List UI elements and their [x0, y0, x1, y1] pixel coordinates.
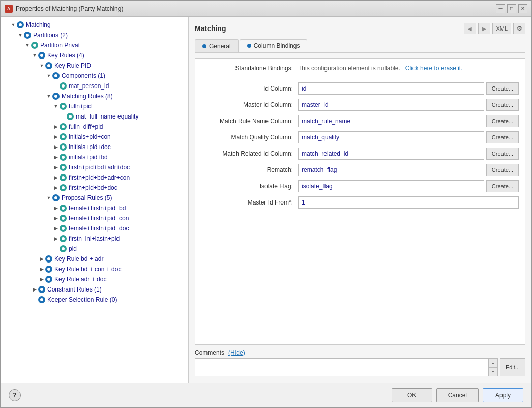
expand-arrow-proposal-rules[interactable] [45, 194, 52, 201]
tree-node-fulln-pid[interactable]: fulln+pid [1, 101, 188, 111]
expand-arrow-firstn-pid-bd-adr-doc[interactable] [52, 164, 60, 171]
tree-node-pid[interactable]: pid [1, 244, 188, 254]
expand-arrow-components[interactable] [45, 72, 52, 79]
expand-arrow-initials-pid-con[interactable] [52, 133, 60, 140]
rematch-create-btn[interactable]: Create... [486, 164, 519, 176]
tab-general[interactable]: General [195, 39, 239, 52]
tree-node-initials-pid-con[interactable]: initials+pid+con [1, 132, 188, 142]
forward-button[interactable]: ▶ [478, 23, 490, 34]
apply-button[interactable]: Apply [483, 388, 523, 402]
match-related-id-input[interactable] [298, 148, 484, 160]
tree-node-key-rule-bd-con-doc[interactable]: Key Rule bd + con + doc [1, 264, 188, 274]
hide-link[interactable]: (Hide) [228, 349, 245, 356]
tree-node-key-rule-bd-adr[interactable]: Key Rule bd + adr [1, 254, 188, 264]
edit-button[interactable]: Edit... [500, 358, 525, 376]
node-icon-female-firstn-pid-con [60, 215, 67, 222]
spinner-up-button[interactable]: ▲ [489, 359, 497, 368]
tree-node-matching[interactable]: Matching [1, 20, 188, 30]
tree-label-proposal-rules: Proposal Rules (5) [62, 194, 112, 201]
match-quality-create-btn[interactable]: Create... [486, 131, 519, 143]
expand-arrow-matching[interactable] [10, 21, 17, 28]
expand-arrow-firstn-pid-bd-doc[interactable] [52, 184, 60, 191]
tree-label-keeper-selection: Keeper Selection Rule (0) [47, 296, 117, 303]
tree-label-key-rule-bd-con-doc: Key Rule bd + con + doc [54, 266, 121, 273]
expand-arrow-initials-pid-doc[interactable] [52, 143, 60, 151]
match-quality-input[interactable] [298, 131, 484, 143]
tree-node-initials-pid-bd[interactable]: initials+pid+bd [1, 152, 188, 162]
expand-arrow-firstn-ini-lastn-pid[interactable] [52, 235, 60, 242]
help-button[interactable]: ? [9, 389, 21, 401]
expand-arrow-key-rule-pid[interactable] [38, 62, 45, 69]
expand-arrow-key-rule-adr-doc[interactable] [38, 276, 45, 283]
tree-node-matching-rules[interactable]: Matching Rules (8) [1, 91, 188, 101]
tree-node-keeper-selection[interactable]: Keeper Selection Rule (0) [1, 295, 188, 305]
isolate-flag-input[interactable] [298, 180, 484, 192]
tree-node-partitions[interactable]: Partitions (2) [1, 30, 188, 40]
tree-label-key-rule-adr-doc: Key Rule adr + doc [54, 276, 106, 283]
isolate-flag-create-btn[interactable]: Create... [486, 180, 519, 192]
tree-node-female-firstn-pid-con[interactable]: female+firstn+pid+con [1, 213, 188, 223]
tree-node-partition-privat[interactable]: Partition Privat [1, 40, 188, 50]
expand-arrow-initials-pid-bd[interactable] [52, 154, 60, 161]
node-icon-proposal-rules [52, 194, 60, 201]
settings-button[interactable]: ⚙ [513, 23, 525, 34]
tree-node-proposal-rules[interactable]: Proposal Rules (5) [1, 193, 188, 203]
form-area: Standalone Bindings: This configuration … [195, 58, 525, 345]
comments-textarea[interactable] [195, 358, 489, 376]
master-id-create-btn[interactable]: Create... [486, 99, 519, 111]
tree-node-firstn-pid-bd-adr-con[interactable]: firstn+pid+bd+adr+con [1, 172, 188, 183]
node-icon-fulln-pid [60, 103, 67, 110]
tree-node-constraint-rules[interactable]: Constraint Rules (1) [1, 284, 188, 295]
master-id-from-label: Master Id From*: [201, 199, 298, 206]
expand-arrow-female-firstn-pid-bd[interactable] [52, 205, 60, 212]
expand-arrow-partition-privat[interactable] [24, 42, 31, 49]
match-related-id-create-btn[interactable]: Create... [486, 148, 519, 160]
match-rule-name-create-btn[interactable]: Create... [486, 115, 519, 127]
tab-column-bindings[interactable]: Column Bindings [240, 39, 308, 52]
expand-arrow-female-firstn-pid-con[interactable] [52, 215, 60, 222]
tree-node-mat-person-id[interactable]: mat_person_id [1, 81, 188, 91]
cancel-button[interactable]: Cancel [436, 388, 479, 402]
match-rule-name-input[interactable] [298, 115, 484, 127]
expand-arrow-female-firstn-pid-doc[interactable] [52, 225, 60, 232]
tree-label-components: Components (1) [62, 72, 105, 79]
tree-node-female-firstn-pid-doc[interactable]: female+firstn+pid+doc [1, 223, 188, 234]
tree-node-firstn-pid-bd-adr-doc[interactable]: firstn+pid+bd+adr+doc [1, 162, 188, 172]
maximize-button[interactable]: □ [507, 4, 516, 13]
expand-arrow-key-rule-bd-con-doc[interactable] [38, 266, 45, 273]
close-button[interactable]: ✕ [518, 4, 527, 13]
expand-arrow-key-rules[interactable] [31, 52, 38, 59]
expand-arrow-matching-rules[interactable] [45, 93, 52, 100]
tree-node-initials-pid-doc[interactable]: initials+pid+doc [1, 142, 188, 152]
tree-label-firstn-ini-lastn-pid: firstn_ini+lastn+pid [69, 235, 120, 242]
tree-node-fulln-diff-pid[interactable]: fulln_diff+pid [1, 122, 188, 132]
ok-button[interactable]: OK [392, 388, 432, 402]
expand-arrow-key-rule-bd-adr[interactable] [38, 255, 45, 263]
tree-node-mat-full-name[interactable]: mat_full_name equality [1, 111, 188, 122]
node-icon-initials-pid-bd [60, 154, 67, 161]
node-icon-firstn-pid-bd-adr-doc [60, 164, 67, 171]
expand-arrow-constraint-rules[interactable] [31, 286, 38, 293]
xml-button[interactable]: XML [492, 23, 511, 34]
tree-node-key-rules[interactable]: Key Rules (4) [1, 50, 188, 61]
back-button[interactable]: ◀ [464, 23, 476, 34]
expand-arrow-fulln-diff-pid[interactable] [52, 123, 60, 130]
expand-arrow-fulln-pid[interactable] [52, 103, 60, 110]
tree-node-firstn-pid-bd-doc[interactable]: firstn+pid+bd+doc [1, 183, 188, 193]
comments-section: Comments (Hide) ▲ ▼ Edit... [195, 349, 525, 376]
tree-node-female-firstn-pid-bd[interactable]: female+firstn+pid+bd [1, 203, 188, 213]
minimize-button[interactable]: ─ [496, 4, 505, 13]
tree-node-key-rule-adr-doc[interactable]: Key Rule adr + doc [1, 274, 188, 284]
id-column-create-btn[interactable]: Create... [486, 82, 519, 95]
tree-node-components[interactable]: Components (1) [1, 71, 188, 81]
rematch-input[interactable] [298, 164, 484, 176]
spinner-down-button[interactable]: ▼ [489, 368, 497, 376]
expand-arrow-firstn-pid-bd-adr-con[interactable] [52, 174, 60, 181]
erase-link[interactable]: Click here to erase it. [405, 65, 463, 72]
master-id-from-input[interactable] [298, 196, 519, 209]
tree-node-firstn-ini-lastn-pid[interactable]: firstn_ini+lastn+pid [1, 234, 188, 244]
expand-arrow-partitions[interactable] [17, 32, 24, 39]
master-id-input[interactable] [298, 99, 484, 111]
tree-node-key-rule-pid[interactable]: Key Rule PID [1, 61, 188, 71]
id-column-input[interactable] [298, 82, 484, 95]
